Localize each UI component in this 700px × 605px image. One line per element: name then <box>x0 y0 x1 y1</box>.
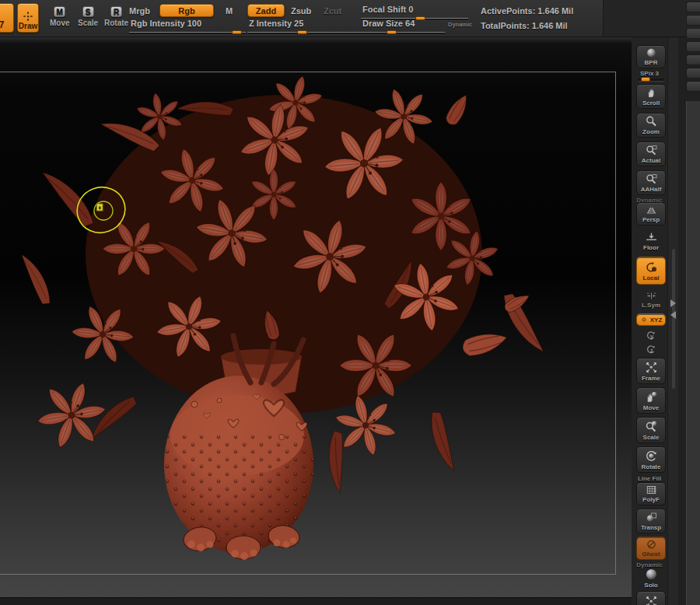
scale-tool-button[interactable]: S Scale <box>73 5 103 28</box>
aahalf-label: AAHalf <box>641 186 662 193</box>
frame-label: Frame <box>642 375 660 382</box>
z-intensity-slider[interactable]: Z Intensity 25 <box>247 19 373 32</box>
perspective-grid-icon <box>645 205 658 215</box>
shelf-floor-button[interactable]: Floor <box>636 230 666 251</box>
bottom-icon-bar[interactable] <box>0 597 632 605</box>
shelf-rotate-z-button[interactable]: z <box>636 344 666 355</box>
rgb-intensity-track <box>129 32 246 33</box>
floor-icon <box>645 230 658 243</box>
shelf-aahalf-button[interactable]: AAHalf <box>636 170 666 195</box>
scale-tool-label: Scale <box>78 19 98 27</box>
shelf-rotate-button[interactable]: Rotate <box>636 446 666 473</box>
floor-label: Floor <box>643 244 659 251</box>
sculpt-model[interactable] <box>0 72 618 575</box>
magnifier-doc-icon <box>645 173 658 185</box>
shelf-lsym-button[interactable]: L.Sym <box>636 291 666 309</box>
bpr-label: BPR <box>645 59 658 66</box>
svg-text:y: y <box>650 334 653 340</box>
rgb-intensity-slider[interactable]: Rgb Intensity 100 <box>129 19 246 32</box>
shelf-zoom-button[interactable]: Zoom <box>636 113 666 138</box>
shelf-ghost-button[interactable]: Ghost <box>636 537 666 560</box>
shelf-solo-button[interactable]: Solo <box>636 568 666 589</box>
rgb-intensity-handle[interactable] <box>232 30 242 34</box>
polyf-label: PolyF <box>642 496 660 503</box>
shelf-partial-button[interactable] <box>636 591 666 605</box>
lsym-label: L.Sym <box>642 302 660 309</box>
z-intensity-handle[interactable] <box>297 30 307 34</box>
shelf-rotate-y-button[interactable]: y <box>636 330 666 341</box>
dynamic-mode-label[interactable]: Dynamic <box>448 21 472 28</box>
rgb-intensity-label: Rgb Intensity 100 <box>131 19 201 28</box>
shelf-bpr-button[interactable]: BPR <box>636 45 666 68</box>
hand-icon <box>645 86 658 99</box>
draw-size-slider[interactable]: Draw Size 64 <box>361 19 445 32</box>
persp-label: Persp <box>642 216 660 223</box>
focal-shift-label: Focal Shift 0 <box>362 5 413 14</box>
document-canvas[interactable] <box>0 37 632 605</box>
zadd-mode-button[interactable]: Zadd <box>247 4 285 17</box>
frame-icon <box>645 595 658 605</box>
rotate-tool-button[interactable]: R Rotate <box>100 5 133 28</box>
magnifier-sphere-icon <box>645 420 658 433</box>
shelf-frame-button[interactable]: Frame <box>636 358 666 384</box>
shelf-move-button[interactable]: Move <box>636 387 666 414</box>
rgb-mode-button[interactable]: Rgb <box>159 4 214 17</box>
shelf-scale-button[interactable]: Scale <box>636 417 666 443</box>
focal-shift-slider[interactable]: Focal Shift 0 <box>361 5 468 18</box>
edge-brush-label: 7 <box>0 19 4 30</box>
m-mode-button[interactable]: M <box>226 6 233 16</box>
rotate-z-icon: z <box>646 344 656 355</box>
mrgb-mode-button[interactable]: Mrgb <box>129 6 150 16</box>
solo-label: Solo <box>644 582 657 589</box>
render-sphere-icon <box>645 47 658 58</box>
shelf-transp-button[interactable]: Transp <box>636 509 666 533</box>
tray-open-arrow-icon[interactable] <box>670 299 676 307</box>
zsub-mode-button[interactable]: Zsub <box>291 6 311 16</box>
tray-panel-edge <box>686 101 700 605</box>
shelf-polyf-button[interactable]: PolyF <box>636 482 666 505</box>
tray-divider[interactable] <box>667 37 678 605</box>
move-badge-icon: M <box>54 6 65 17</box>
bottom-icon-stub[interactable] <box>40 600 50 605</box>
scale-label: Scale <box>643 434 660 441</box>
shelf-scroll-button[interactable]: Scroll <box>636 84 666 109</box>
scale-badge-icon: S <box>82 6 94 17</box>
rotate-y-icon: y <box>646 330 656 341</box>
bottom-icon-stub[interactable] <box>247 600 257 605</box>
bottom-icon-stub[interactable] <box>380 600 389 605</box>
right-tray-edge <box>678 37 700 605</box>
move-tool-button[interactable]: M Move <box>45 5 75 28</box>
spix-slider[interactable] <box>636 79 666 81</box>
rotate-sphere-icon <box>645 449 658 463</box>
local-pivot-icon <box>645 261 658 274</box>
local-symmetry-icon <box>646 291 657 301</box>
bottom-icon-stub[interactable] <box>129 600 138 605</box>
actual-label: Actual <box>642 157 660 164</box>
z-intensity-label: Z Intensity 25 <box>249 19 303 28</box>
ghost-slash-icon <box>645 539 658 550</box>
bottom-icon-stub[interactable] <box>558 600 568 605</box>
edge-brush-button[interactable]: 7 <box>0 3 14 33</box>
frame-icon <box>645 361 658 374</box>
draw-tool-button[interactable]: Draw <box>17 3 39 33</box>
bottom-icon-stub[interactable] <box>187 600 196 605</box>
shelf-actual-button[interactable]: Actual <box>636 142 666 166</box>
line-fill-label: Line Fill <box>632 475 667 482</box>
rotate-label: Rotate <box>642 463 661 470</box>
shelf-scrollbar[interactable] <box>672 249 675 389</box>
magnifier-doc-icon <box>645 144 658 156</box>
shelf-persp-button[interactable]: Persp <box>636 202 666 226</box>
svg-text:z: z <box>650 348 653 353</box>
tray-mini-buttons[interactable] <box>686 2 700 92</box>
shelf-xyz-button[interactable]: XYZ <box>636 313 666 326</box>
tray-close-arrow-icon[interactable] <box>670 311 676 319</box>
draw-size-handle[interactable] <box>387 30 397 34</box>
spix-handle[interactable] <box>641 77 650 82</box>
rotate-badge-icon: R <box>110 6 122 17</box>
bottom-icon-stub[interactable] <box>305 600 314 605</box>
move-label: Move <box>643 404 659 411</box>
topbar-right-tray <box>603 0 700 37</box>
solo-sphere-icon <box>645 568 658 581</box>
zcut-mode-button[interactable]: Zcut <box>324 6 341 16</box>
shelf-local-button[interactable]: Local <box>636 257 666 285</box>
